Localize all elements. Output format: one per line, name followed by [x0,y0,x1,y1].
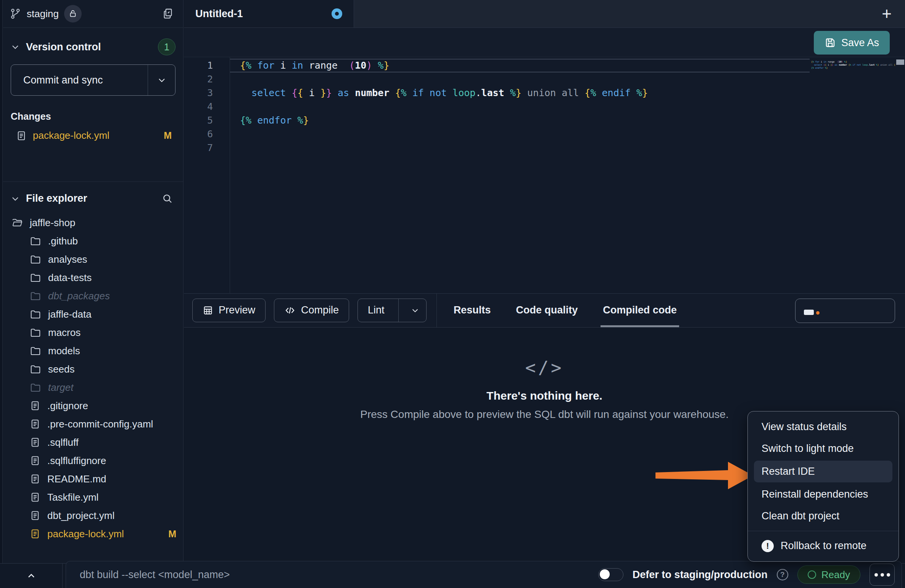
minimap[interactable]: {% for i in range (10) %} select {{ i }}… [810,60,895,110]
modified-badge: M [164,130,172,141]
chevron-down-icon[interactable] [11,42,20,51]
preview-button[interactable]: Preview [192,299,266,322]
menu-item-label: View status details [762,421,847,433]
statusbar-divider [62,564,63,588]
code-line-1[interactable]: {% for i in range (10) %} [230,59,810,72]
toolbar-divider [436,294,437,327]
tree-item-.sqlfluff[interactable]: .sqlfluff [3,433,183,451]
menu-item-clean-dbt-project[interactable]: Clean dbt project [748,505,899,527]
tree-item-label: target [48,382,176,394]
tree-item-.pre-commit-config.yaml[interactable]: .pre-commit-config.yaml [3,415,183,433]
panel-tab-compiled-code[interactable]: Compiled code [603,294,677,327]
code-line-7[interactable] [230,141,905,155]
menu-item-label: Rollback to remote [781,540,866,552]
tree-item-label: .gitignore [47,400,176,412]
copy-icon[interactable] [162,8,174,20]
tree-item-jaffle-shop[interactable]: jaffle-shop [3,214,183,232]
code-line-5[interactable]: {% endfor %} [230,114,905,127]
tree-item-jaffle-data[interactable]: jaffle-data [3,305,183,323]
command-input[interactable]: dbt build --select <model_name> [80,569,230,581]
code-line-6[interactable] [230,127,905,141]
empty-state-title: There's nothing here. [184,389,905,402]
file-icon [16,130,27,141]
dbt-ide-window: staging Version control [0,0,905,588]
menu-item-restart-ide[interactable]: Restart IDE [754,461,892,482]
tree-item-.github[interactable]: .github [3,232,183,250]
folder-icon [30,308,41,320]
menu-item-label: Restart IDE [762,466,815,477]
commit-and-sync-label: Commit and sync [11,65,148,95]
lint-options-caret[interactable] [404,306,426,315]
tree-item-README.md[interactable]: README.md [3,470,183,488]
tree-item-.sqlfluffignore[interactable]: .sqlfluffignore [3,451,183,470]
tree-item-models[interactable]: models [3,342,183,360]
new-tab-button[interactable]: + [877,4,897,24]
tree-item-label: .pre-commit-config.yaml [47,418,176,430]
code-icon [284,305,296,316]
menu-item-rollback-to-remote[interactable]: !Rollback to remote [748,535,899,557]
menu-item-view-status-details[interactable]: View status details [748,416,899,438]
file-explorer-title: File explorer [26,193,87,204]
status-bar: dbt build --select <model_name> Defer to… [0,563,905,588]
help-icon[interactable]: ? [777,569,788,580]
file-icon [30,529,40,539]
code-editor[interactable]: 1234567 {% for i in range (10) %} select… [184,57,905,293]
file-icon [30,419,40,429]
tree-item-label: .sqlfluff [47,437,176,448]
save-icon [824,37,836,48]
save-as-button[interactable]: Save As [814,31,890,55]
tree-item-Taskfile.yml[interactable]: Taskfile.yml [3,488,183,506]
table-icon [203,305,213,316]
annotation-arrow [653,459,755,493]
sidebar: staging Version control [0,0,184,563]
file-explorer-section: File explorer jaffle-shop.githubanalyses… [3,182,183,563]
tree-item-target[interactable]: target [3,378,183,397]
tree-item-seeds[interactable]: seeds [3,360,183,378]
defer-toggle[interactable] [598,568,623,581]
tree-item-analyses[interactable]: analyses [3,250,183,268]
chevron-down-icon[interactable] [11,194,20,203]
commit-and-sync-button[interactable]: Commit and sync [11,64,176,96]
lint-button[interactable]: Lint [357,299,427,322]
tree-item-label: README.md [47,473,176,485]
folder-icon [30,382,41,393]
changed-file-row[interactable]: package-lock.yml M [11,130,176,141]
panel-action-icon [804,310,814,315]
code-area[interactable]: {% for i in range (10) %} select {{ i }}… [230,57,905,293]
menu-item-switch-to-light-mode[interactable]: Switch to light mode [748,438,899,459]
panel-tabs: ResultsCode qualityCompiled code [454,294,677,327]
menu-divider [748,531,899,531]
code-line-3[interactable]: select {{ i }} as number {% if not loop.… [230,86,905,100]
tree-item-dbt_project.yml[interactable]: dbt_project.yml [3,506,183,525]
tree-item-dbt_packages[interactable]: dbt_packages [3,287,183,305]
branch-readonly-badge [64,5,82,22]
panel-action-button[interactable] [795,299,895,323]
collapse-panel-button[interactable] [22,568,40,583]
tree-item-macros[interactable]: macros [3,323,183,342]
tree-item-label: models [48,345,176,357]
tree-item-label: Taskfile.yml [47,492,176,503]
panel-tab-code-quality[interactable]: Code quality [516,294,578,327]
menu-item-reinstall-dependencies[interactable]: Reinstall dependencies [748,484,899,505]
tree-item-label: jaffle-shop [30,217,176,229]
more-options-button[interactable] [870,564,895,586]
tree-item-label: dbt_packages [48,290,176,302]
search-icon[interactable] [162,193,173,204]
menu-item-label: Clean dbt project [762,510,839,522]
status-badge[interactable]: Ready [797,566,860,584]
compile-button[interactable]: Compile [274,299,349,322]
tree-item-label: jaffle-data [48,308,176,320]
status-ring-icon [808,570,816,579]
code-line-4[interactable] [230,100,905,114]
scrollbar-thumb[interactable] [896,59,904,65]
code-line-2[interactable] [230,72,905,86]
tree-item-data-tests[interactable]: data-tests [3,268,183,287]
notification-dot-icon [816,311,820,315]
tree-item-.gitignore[interactable]: .gitignore [3,397,183,415]
editor-tabstrip: Untitled-1 + [184,0,905,28]
tree-item-package-lock.yml[interactable]: package-lock.ymlM [3,525,183,543]
panel-tab-results[interactable]: Results [454,294,491,327]
line-number: 6 [184,127,230,141]
commit-options-caret[interactable] [148,65,175,95]
tab-untitled-1[interactable]: Untitled-1 [184,0,354,27]
